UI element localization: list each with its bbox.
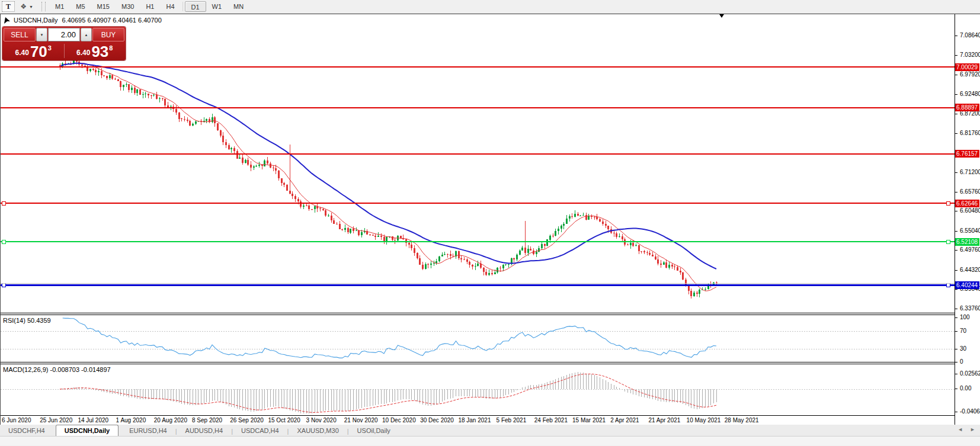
- date-label: 15 Mar 2021: [572, 417, 606, 423]
- rsi-label: RSI(14) 50.4359: [3, 317, 51, 324]
- timeframe-button-h4[interactable]: H4: [160, 1, 180, 12]
- date-label: 24 Feb 2021: [534, 417, 568, 423]
- timeframe-button-m15[interactable]: M15: [91, 1, 116, 12]
- macd-label: MACD(12,26,9) -0.008703 -0.014897: [3, 366, 111, 373]
- text-tool-button[interactable]: T: [2, 1, 15, 12]
- date-label: 21 Apr 2021: [648, 417, 680, 423]
- level-price-label: 6.88897: [955, 104, 979, 111]
- axis-tick: 6.33760: [955, 305, 980, 312]
- macd-indicator-pane[interactable]: MACD(12,26,9) -0.008703 -0.014897: [1, 364, 955, 416]
- date-label: 1 Aug 2020: [116, 417, 146, 423]
- timeframe-button-m30[interactable]: M30: [116, 1, 140, 12]
- tab-usdcad-h4[interactable]: USDCAD,H4: [233, 425, 287, 436]
- tab-usoil-daily[interactable]: USOil,Daily: [349, 425, 399, 436]
- date-label: 30 Dec 2020: [420, 417, 454, 423]
- buy-price-small: 6.40: [76, 49, 90, 57]
- date-label: 14 Jul 2020: [78, 417, 108, 423]
- tab-usdcnh-daily[interactable]: USDCNH,Daily: [56, 425, 119, 436]
- timeframe-button-w1[interactable]: W1: [206, 1, 228, 12]
- axis-tick: 6.92480: [955, 91, 980, 98]
- buy-button[interactable]: BUY: [92, 28, 124, 41]
- timeframe-button-mn[interactable]: MN: [228, 1, 249, 12]
- arrows-tool-button[interactable]: ❖ ▼: [17, 1, 37, 12]
- timeframe-toolbar: M1M5M15M30H1H4D1W1MN: [49, 1, 249, 12]
- sell-button[interactable]: SELL: [4, 28, 36, 41]
- sell-price-small: 6.40: [15, 49, 29, 57]
- timeframe-button-d1[interactable]: D1: [185, 1, 206, 12]
- buy-price-sup: 8: [109, 44, 113, 52]
- chart-shift-marker-icon: [719, 14, 724, 18]
- one-click-trading-panel: SELL ▼ ▲ BUY 6.40 70 3 6.40 93 8: [2, 27, 126, 60]
- date-label: 2 Apr 2021: [610, 417, 639, 423]
- axis-tick: 6.71200: [955, 169, 980, 176]
- axis-tick: 7.08640: [955, 32, 980, 39]
- tab-scroll-right-icon[interactable]: ►: [970, 426, 975, 432]
- date-label: 28 May 2021: [725, 417, 759, 423]
- volume-increase-button[interactable]: ▲: [81, 28, 92, 41]
- date-label: 8 Sep 2020: [192, 417, 222, 423]
- timeframe-button-m1[interactable]: M1: [49, 1, 70, 12]
- axis-tick: 70: [955, 328, 966, 335]
- axis-tick: 0: [955, 358, 963, 365]
- axis-tick: 0.00: [955, 385, 971, 392]
- date-label: 18 Jan 2021: [458, 417, 491, 423]
- date-label: 3 Nov 2020: [306, 417, 337, 423]
- sell-price-big: 70: [30, 44, 47, 59]
- top-toolbar: T ❖ ▼ M1M5M15M30H1H4D1W1MN: [0, 0, 980, 14]
- date-label: 25 Jun 2020: [40, 417, 72, 423]
- arrows-icon: ❖: [20, 2, 27, 11]
- axis-tick: 6.60480: [955, 207, 980, 214]
- tab-audusd-h4[interactable]: AUDUSD,H4: [177, 425, 232, 436]
- buy-price-big: 93: [91, 44, 108, 59]
- axis-tick: 6.97920: [955, 71, 980, 78]
- chart-tab-bar: USDCHF,H4 USDCNH,Daily EURUSD,H4|AUDUSD,…: [0, 425, 980, 437]
- candlestick-chart[interactable]: [1, 14, 955, 313]
- sell-price[interactable]: 6.40 70 3: [4, 43, 63, 59]
- timeframe-button-h1[interactable]: H1: [140, 1, 160, 12]
- toolbar-gripper: [41, 2, 46, 11]
- date-label: 26 Sep 2020: [230, 417, 264, 423]
- date-label: 20 Aug 2020: [154, 417, 187, 423]
- price-axis[interactable]: 7.086407.032006.979206.924806.872006.817…: [955, 14, 980, 425]
- buy-price[interactable]: 6.40 93 8: [65, 43, 125, 59]
- date-label: 10 May 2021: [687, 417, 721, 423]
- rsi-plot: [1, 315, 955, 362]
- chart-window: USDCNH,Daily 6.40695 6.40907 6.40461 6.4…: [0, 14, 980, 425]
- main-chart-pane[interactable]: USDCNH,Daily 6.40695 6.40907 6.40461 6.4…: [1, 14, 955, 313]
- axis-tick: 7.03200: [955, 52, 980, 59]
- level-price-label: 6.62646: [955, 200, 979, 207]
- chart-ohlc-values: 6.40695 6.40907 6.40461 6.40700: [62, 17, 162, 24]
- date-label: 15 Oct 2020: [268, 417, 300, 423]
- axis-tick: -0.040687: [955, 408, 980, 415]
- date-label: 6 Jun 2020: [2, 417, 31, 423]
- axis-tick: 6.81760: [955, 130, 980, 137]
- date-label: 10 Dec 2020: [382, 417, 416, 423]
- axis-tick: 100: [955, 314, 970, 321]
- tab-xauusd-m30[interactable]: XAUUSD,M30: [289, 425, 347, 436]
- tab-usdchf-h4[interactable]: USDCHF,H4: [0, 425, 53, 436]
- chevron-down-icon: ▼: [29, 5, 33, 9]
- level-price-label: 7.00029: [955, 63, 979, 71]
- date-axis[interactable]: 6 Jun 202025 Jun 202014 Jul 20201 Aug 20…: [1, 416, 955, 425]
- status-bar: [0, 437, 980, 445]
- tab-scroll-left-icon[interactable]: ◄: [957, 426, 963, 432]
- axis-tick: 6.55040: [955, 227, 980, 235]
- chart-symbol-period: USDCNH,Daily: [14, 17, 58, 24]
- date-label: 5 Feb 2021: [497, 417, 527, 423]
- rsi-indicator-pane[interactable]: RSI(14) 50.4359: [1, 315, 955, 362]
- timeframe-button-m5[interactable]: M5: [70, 1, 91, 12]
- cursor-arrow-icon: [4, 17, 11, 24]
- macd-plot: [1, 364, 955, 416]
- tab-eurusd-h4[interactable]: EURUSD,H4: [121, 425, 175, 436]
- axis-tick: 6.65760: [955, 188, 980, 195]
- axis-tick: 30: [955, 345, 966, 352]
- level-price-label: 6.40244: [955, 281, 979, 289]
- sell-price-sup: 3: [48, 44, 52, 52]
- volume-decrease-button[interactable]: ▼: [36, 28, 47, 41]
- axis-tick: 0.025623: [955, 370, 980, 377]
- level-price-label: 6.76157: [955, 150, 979, 158]
- level-price-label: 6.52108: [955, 238, 979, 246]
- volume-input[interactable]: [48, 28, 80, 41]
- axis-tick: 6.49760: [955, 246, 980, 254]
- date-label: 21 Nov 2020: [344, 417, 378, 423]
